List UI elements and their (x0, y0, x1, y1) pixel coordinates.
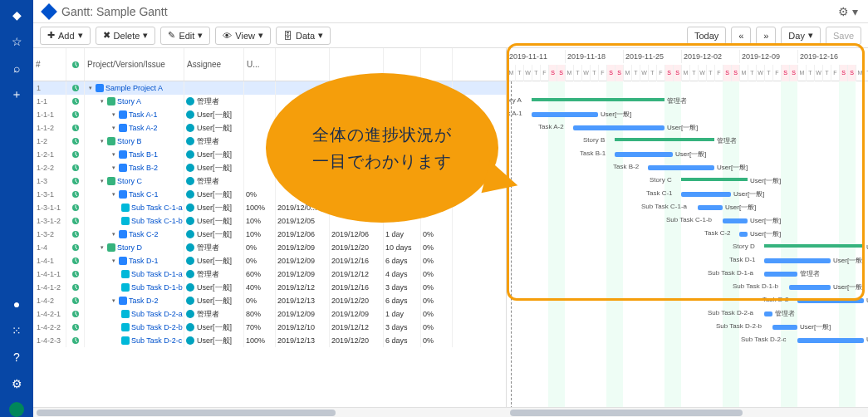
grid-row[interactable]: 1-4▾Story D管理者0%2019/12/092019/12/2010 d… (33, 241, 506, 254)
gantt-bar[interactable] (764, 258, 831, 263)
prev-button[interactable]: « (731, 27, 751, 45)
gantt-row[interactable]: Sub Task C-1-bUser[一般] (507, 214, 868, 228)
gantt-bar[interactable] (723, 218, 748, 223)
diamond-icon[interactable]: ◆ (8, 7, 25, 23)
issue-link[interactable]: Sub Task C-1-b (131, 217, 183, 225)
grid-row[interactable]: 1-4-1-2Sub Task D-1-bUser[一般]40%2019/12/… (33, 281, 506, 294)
grid-row[interactable]: 1-4-2-3Sub Task D-2-cUser[一般]100%2019/12… (33, 334, 506, 347)
gantt-bar[interactable] (681, 192, 731, 197)
grid-row[interactable]: 1-3-1-2Sub Task C-1-bUser[一般]10%2019/12/… (33, 214, 506, 228)
grid-row[interactable]: 1-3-2▾Task C-2User[一般]10%2019/12/062019/… (33, 228, 506, 241)
gantt-bar[interactable] (573, 125, 664, 130)
gantt-bar[interactable] (764, 272, 797, 277)
grid-row[interactable]: 1-4-1-1Sub Task D-1-a管理者60%2019/12/09201… (33, 267, 506, 281)
gantt-row[interactable]: Story B管理者 (507, 135, 868, 148)
gantt-row[interactable]: Task A-2User[一般] (507, 121, 868, 135)
col-assignee[interactable]: Assignee (184, 48, 244, 81)
gantt-bar[interactable] (532, 112, 598, 117)
issue-link[interactable]: Story A (117, 97, 141, 105)
gantt-row[interactable]: Sub Task D-2-a管理者 (507, 307, 868, 321)
twisty-icon[interactable]: ▾ (110, 164, 117, 172)
twisty-icon[interactable]: ▾ (98, 178, 105, 185)
twisty-icon[interactable]: ▾ (110, 258, 117, 265)
gantt-bar[interactable] (772, 325, 797, 330)
issue-link[interactable]: Task B-1 (129, 150, 158, 159)
gantt-row[interactable]: Task B-1User[一般] (507, 148, 868, 161)
plus-icon[interactable]: ＋ (8, 86, 25, 103)
grid-row[interactable]: 1-4-2-1Sub Task D-2-a管理者80%2019/12/09201… (33, 307, 506, 321)
col-start[interactable] (276, 48, 330, 81)
gantt-bar[interactable] (764, 312, 772, 316)
issue-link[interactable]: Task C-2 (129, 230, 159, 238)
issue-link[interactable]: Task C-1 (129, 190, 159, 199)
issue-link[interactable]: Sub Task D-1-b (131, 283, 183, 292)
settings-gear-icon[interactable]: ⚙ ▾ (838, 5, 858, 18)
avatar-icon[interactable] (9, 402, 24, 417)
gantt-row[interactable] (507, 81, 868, 95)
gantt-row[interactable]: Sub Task D-1-bUser[一般] (507, 281, 868, 294)
issue-link[interactable]: Task D-1 (129, 257, 159, 265)
zoom-day-button[interactable]: Day ▾ (781, 27, 821, 45)
issue-link[interactable]: Story D (117, 243, 142, 252)
col-progress[interactable]: U... (244, 48, 276, 81)
apps-icon[interactable]: ⁙ (8, 322, 25, 339)
gantt-bar[interactable] (739, 232, 748, 237)
data-button[interactable]: 🗄 Data ▾ (276, 27, 331, 45)
gantt-bar[interactable] (797, 338, 864, 343)
gantt-bar[interactable] (789, 285, 831, 290)
gantt-row[interactable]: Sub Task D-2-cUser (507, 334, 868, 347)
col-num[interactable]: # (33, 48, 66, 81)
col-status[interactable] (66, 48, 85, 81)
issue-link[interactable]: Sample Project A (105, 84, 163, 92)
gantt-row[interactable]: Task C-2User[一般] (507, 228, 868, 241)
edit-button[interactable]: ✎ Edit ▾ (160, 27, 210, 45)
issue-link[interactable]: Sub Task D-2-a (131, 310, 183, 318)
grid-row[interactable]: 1-4-2-2Sub Task D-2-bUser[一般]70%2019/12/… (33, 321, 506, 334)
grid-row[interactable]: 1-4-1▾Task D-1User[一般]0%2019/12/092019/1… (33, 254, 506, 267)
gantt-bar[interactable] (615, 138, 714, 141)
gantt-row[interactable]: Task D-2User[一般] (507, 294, 868, 307)
star-icon[interactable]: ☆ (8, 33, 25, 50)
twisty-icon[interactable]: ▾ (98, 244, 105, 252)
col-issue[interactable]: Project/Version/Issue (85, 48, 184, 81)
issue-link[interactable]: Story B (117, 137, 142, 145)
twisty-icon[interactable]: ▾ (98, 138, 105, 145)
gantt-bar[interactable] (648, 165, 714, 170)
issue-link[interactable]: Sub Task D-2-b (131, 323, 183, 331)
issue-link[interactable]: Sub Task C-1-a (131, 204, 183, 212)
gantt-row[interactable]: Task B-2User[一般] (507, 161, 868, 174)
twisty-icon[interactable]: ▾ (110, 191, 117, 199)
timeline-body[interactable]: Story A管理者Task A-1User[一般]Task A-2User[一… (507, 81, 868, 417)
gantt-row[interactable]: Sub Task C-1-aUser[一般] (507, 201, 868, 214)
twisty-icon[interactable]: ▾ (86, 85, 94, 92)
gantt-row[interactable]: Sub Task D-1-a管理者 (507, 267, 868, 281)
gantt-bar[interactable] (698, 205, 723, 210)
gantt-row[interactable]: Task A-1User[一般] (507, 108, 868, 121)
gantt-row[interactable]: Story DUser[一般] (507, 241, 868, 254)
issue-link[interactable]: Task B-2 (129, 164, 158, 172)
gantt-row[interactable]: Task C-1User[一般] (507, 188, 868, 201)
twisty-icon[interactable]: ▾ (110, 125, 117, 132)
search-icon[interactable]: ⌕ (8, 60, 25, 76)
gantt-bar[interactable] (615, 152, 673, 157)
bulb-icon[interactable]: ● (8, 296, 25, 312)
gantt-row[interactable]: Story A管理者 (507, 95, 868, 108)
twisty-icon[interactable]: ▾ (110, 297, 117, 305)
issue-link[interactable]: Task D-2 (129, 297, 159, 305)
gantt-row[interactable]: Story CUser[一般] (507, 174, 868, 188)
gantt-bar[interactable] (681, 178, 748, 181)
gantt-hscroll[interactable] (507, 407, 868, 417)
next-button[interactable]: » (756, 27, 776, 45)
gantt-bar[interactable] (797, 298, 864, 303)
add-button[interactable]: ✚ Add ▾ (40, 27, 91, 45)
issue-link[interactable]: Task A-2 (129, 124, 158, 132)
view-button[interactable]: 👁 View ▾ (215, 27, 271, 45)
twisty-icon[interactable]: ▾ (98, 98, 105, 105)
issue-link[interactable]: Task A-1 (129, 110, 158, 119)
col-ts[interactable] (421, 48, 453, 81)
gantt-bar[interactable] (764, 244, 864, 248)
twisty-icon[interactable]: ▾ (110, 231, 117, 238)
grid-row[interactable]: 1-4-2▾Task D-2User[一般]0%2019/12/132019/1… (33, 294, 506, 307)
today-button[interactable]: Today (687, 27, 726, 45)
gantt-bar[interactable] (532, 98, 664, 101)
